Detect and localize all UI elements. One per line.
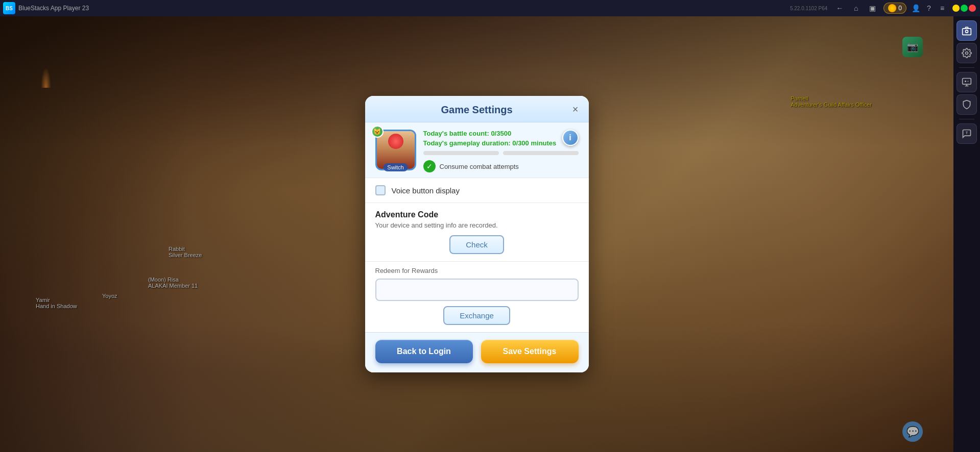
modal-overlay: Game Settings × 😺 Switch Today's: [0, 16, 953, 452]
right-sidebar: T: [953, 16, 980, 452]
sidebar-divider-2: [959, 119, 974, 119]
help-icon-btn[interactable]: ?: [924, 3, 934, 13]
modal-footer: Back to Login Save Settings: [365, 332, 589, 372]
duration-value: 0/300: [512, 139, 529, 147]
modal-header: Game Settings ×: [365, 96, 589, 122]
close-btn[interactable]: [969, 5, 976, 12]
svg-rect-0: [963, 29, 971, 35]
progress-bar-2: [503, 151, 579, 155]
coin-display: 0: [883, 3, 906, 14]
voice-checkbox[interactable]: [375, 185, 386, 195]
voice-label: Voice button display: [392, 186, 460, 195]
titlebar-right-controls: 👤 ? ≡: [911, 3, 947, 13]
app-version: 5.22.0.1102 P64: [790, 6, 827, 11]
app-title: BlueStacks App Player 23: [18, 5, 790, 12]
adventure-code-title: Adventure Code: [375, 210, 579, 219]
adventure-code-section: Adventure Code Your device and setting i…: [365, 203, 589, 261]
sidebar-btn-camera[interactable]: [957, 20, 977, 41]
battle-count-value: 0/3500: [491, 130, 511, 137]
profile-section: 😺 Switch Today's battle count: 0/3500 To…: [365, 122, 589, 178]
multi-window-btn[interactable]: ▣: [865, 3, 879, 13]
back-to-login-btn[interactable]: Back to Login: [375, 340, 473, 363]
sidebar-btn-chat[interactable]: T: [957, 123, 977, 144]
avatar-container: 😺 Switch: [375, 130, 416, 170]
svg-point-4: [965, 81, 966, 82]
nav-controls: ← ⌂ ▣: [832, 3, 879, 13]
modal-title: Game Settings: [441, 104, 512, 115]
coin-count: 0: [898, 5, 902, 12]
minimize-btn[interactable]: [952, 5, 960, 12]
duration-label: Today's gameplay duration:: [423, 139, 511, 147]
modal-close-btn[interactable]: ×: [568, 102, 583, 116]
coin-icon: [888, 4, 896, 12]
menu-icon-btn[interactable]: ≡: [937, 3, 947, 13]
sidebar-btn-settings[interactable]: [957, 43, 977, 63]
game-settings-modal: Game Settings × 😺 Switch Today's: [365, 96, 589, 372]
logo-text: BS: [6, 6, 13, 11]
exchange-btn[interactable]: Exchange: [443, 306, 510, 325]
svg-point-1: [966, 30, 968, 33]
maximize-btn[interactable]: [961, 5, 968, 12]
svg-rect-3: [963, 79, 971, 85]
consume-text: Consume combat attempts: [440, 163, 519, 170]
redeem-input[interactable]: [375, 279, 579, 301]
check-icon: ✓: [423, 160, 436, 172]
battle-count-label: Today's battle count:: [423, 130, 489, 137]
svg-point-2: [966, 52, 968, 55]
avatar-switch-label[interactable]: Switch: [383, 163, 408, 171]
avatar-icon: 😺: [371, 125, 384, 138]
save-settings-btn[interactable]: Save Settings: [481, 340, 579, 363]
progress-bars: [423, 151, 579, 155]
sidebar-divider-1: [959, 67, 974, 68]
consume-row: ✓ Consume combat attempts: [423, 160, 579, 172]
sidebar-btn-game-settings[interactable]: [957, 72, 977, 92]
game-area: YamirHand in Shadow Yoyoz (Moon) RisaALA…: [0, 16, 953, 452]
duration-row: Today's gameplay duration: 0/300 minutes: [423, 139, 579, 147]
sidebar-btn-shield[interactable]: [957, 94, 977, 115]
progress-bar-1: [423, 151, 499, 155]
titlebar: BS BlueStacks App Player 23 5.22.0.1102 …: [0, 0, 980, 16]
back-nav-btn[interactable]: ←: [832, 3, 847, 13]
redeem-label: Redeem for Rewards: [375, 267, 579, 274]
info-area: Today's battle count: 0/3500 Today's gam…: [423, 130, 579, 172]
voice-section: Voice button display: [365, 178, 589, 203]
home-nav-btn[interactable]: ⌂: [849, 3, 863, 13]
check-btn[interactable]: Check: [449, 235, 504, 254]
app-logo: BS: [3, 2, 15, 14]
user-icon-btn[interactable]: 👤: [911, 3, 921, 13]
info-icon-btn[interactable]: i: [562, 130, 579, 146]
adventure-code-desc: Your device and setting info are recorde…: [375, 221, 579, 229]
battle-count-row: Today's battle count: 0/3500: [423, 130, 579, 137]
svg-text:T: T: [966, 131, 968, 135]
redeem-section: Redeem for Rewards Exchange: [365, 261, 589, 332]
duration-unit: minutes: [531, 139, 556, 147]
